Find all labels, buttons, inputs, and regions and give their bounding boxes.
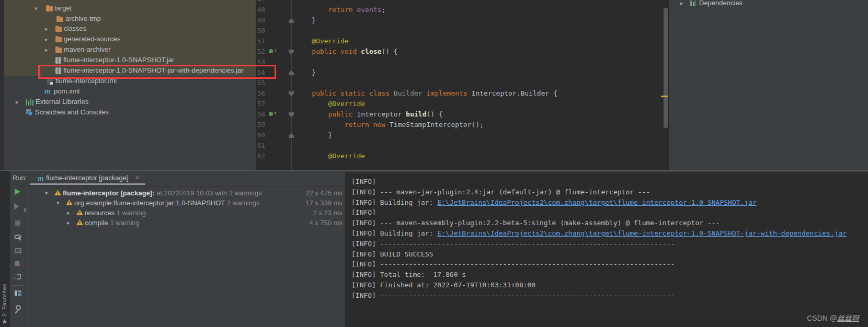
run-tree-row[interactable]: ▸compile 1 warning4 s 750 ms	[27, 218, 345, 228]
fold-marker-icon[interactable]	[289, 71, 294, 75]
show-passed-button[interactable]	[14, 235, 21, 239]
left-tool-stripe	[0, 0, 4, 170]
tree-item-label: Scratches and Consoles	[35, 107, 109, 118]
console-line: [INFO] ---------------------------------…	[351, 259, 675, 270]
code-line: @Override	[295, 151, 365, 161]
fold-marker-icon[interactable]	[289, 50, 294, 54]
pin-button[interactable]	[14, 305, 21, 312]
ide-window: ▾targetarchive-tmp▸classes▸generated-sou…	[0, 0, 868, 327]
maven-dependencies-node[interactable]: ▸ Dependencies	[669, 0, 868, 8]
favorites-star-icon[interactable]: ★	[2, 318, 8, 325]
toolbar-divider	[13, 214, 23, 214]
code-line: @Override	[295, 36, 349, 46]
warning-icon	[66, 200, 73, 205]
chevron-right-icon[interactable]: ▸	[16, 97, 19, 107]
run-tab[interactable]: flume-interceptor [package]	[46, 171, 129, 185]
file-link[interactable]: E:\JetBrains\IdeaProjects2\com.zhang\tar…	[437, 229, 847, 237]
duration-label: 17 s 339 ms	[305, 198, 342, 208]
chevron-right-icon[interactable]: ▸	[45, 24, 48, 34]
rerun-button[interactable]	[15, 189, 20, 195]
stop-button[interactable]	[15, 220, 20, 226]
editor-pane[interactable]: 4748 return events;49 }5051 @Override52↑…	[256, 0, 668, 170]
console-line: [INFO] --- maven-jar-plugin:2.4:jar (def…	[351, 187, 650, 197]
run-tree-row[interactable]: ▸resources 1 warning2 s 23 ms	[27, 208, 345, 218]
tree-item[interactable]: ▸External Libraries	[4, 97, 256, 107]
tree-item[interactable]: ▸maven-archiver	[4, 44, 256, 55]
code-line: }	[295, 67, 316, 78]
duration-label: 4 s 750 ms	[309, 218, 342, 228]
tree-item[interactable]: archive-tmp	[4, 14, 256, 24]
import-results-button[interactable]	[17, 274, 21, 279]
line-number: 59	[256, 120, 265, 130]
tree-item[interactable]: mpom.xml	[4, 86, 256, 97]
run-header: Run: m flume-interceptor [package] ✕	[10, 171, 345, 186]
fold-marker-icon[interactable]	[289, 91, 294, 96]
scrollbar-change-mark	[661, 96, 668, 97]
bottom-tool-stripe: 2: Favorites ★	[0, 171, 10, 327]
screenshot-button[interactable]	[15, 248, 21, 253]
duration-label: 2 s 23 ms	[313, 208, 342, 218]
chevron-right-icon[interactable]: ▸	[45, 34, 48, 44]
ignore-button[interactable]	[15, 261, 19, 266]
code-line: return new TimeStampInterceptor();	[295, 120, 484, 130]
tree-item-label: flume-interceptor-1.0-SNAPSHOT-jar-with-…	[63, 65, 244, 76]
layout-button[interactable]	[15, 290, 21, 296]
editor-scrollbar-thumb[interactable]	[664, 8, 668, 128]
line-number: 47	[256, 0, 265, 5]
console-line: [INFO]	[351, 207, 376, 218]
watermark-name: 丝丝呀	[837, 314, 859, 322]
watermark-prefix: CSDN @	[807, 314, 837, 322]
chevron-right-icon[interactable]: ▸	[67, 218, 70, 228]
tree-item[interactable]: ▾target	[4, 3, 256, 14]
project-tree-panel[interactable]: ▾targetarchive-tmp▸classes▸generated-sou…	[4, 0, 256, 170]
code-line: public static class Builder implements I…	[295, 88, 557, 99]
header-separator	[17, 186, 345, 186]
tree-item-label: archive-tmp	[65, 14, 101, 24]
build-console[interactable]: [INFO][INFO] --- maven-jar-plugin:2.4:ja…	[345, 172, 868, 327]
console-line: [INFO]	[351, 177, 376, 187]
console-line: [INFO] BUILD SUCCESS	[351, 249, 433, 260]
rerun-failed-button[interactable]: 9	[14, 203, 19, 209]
fold-marker-icon[interactable]	[289, 112, 294, 117]
chevron-down-icon[interactable]: ▾	[56, 198, 60, 208]
tree-item-label: flume-interceptor.iml	[55, 76, 117, 86]
tree-item[interactable]: ▸classes	[4, 24, 256, 34]
tree-item[interactable]: flume-interceptor-1.0-SNAPSHOT.jar	[4, 55, 256, 65]
chevron-right-icon[interactable]: ▸	[67, 208, 70, 218]
folder-icon	[55, 48, 62, 53]
override-method-gutter-icon[interactable]: ↑	[269, 49, 278, 55]
tree-item-label: maven-archiver	[64, 44, 111, 55]
favorites-stripe-button[interactable]: 2: Favorites	[1, 284, 7, 317]
override-method-gutter-icon[interactable]: ↑	[269, 111, 278, 118]
line-number: 51	[256, 36, 265, 46]
chevron-right-icon[interactable]: ▸	[45, 44, 48, 55]
chevron-down-icon[interactable]: ▾	[45, 188, 48, 198]
tree-item[interactable]: flume-interceptor-1.0-SNAPSHOT-jar-with-…	[4, 65, 256, 76]
fold-marker-icon[interactable]	[289, 18, 294, 23]
console-line: [INFO] Building jar: E:\JetBrains\IdeaPr…	[351, 228, 847, 239]
run-tree-label: flume-interceptor [package]: at 2022/7/1…	[63, 188, 262, 198]
console-line: [INFO] ---------------------------------…	[351, 290, 675, 301]
console-line: [INFO] Total time: 17.860 s	[351, 270, 466, 280]
code-line: }	[295, 15, 316, 26]
file-link[interactable]: E:\JetBrains\IdeaProjects2\com.zhang\tar…	[437, 198, 756, 206]
tree-item-label: External Libraries	[36, 97, 88, 107]
line-number: 62	[256, 151, 265, 161]
jar-icon	[55, 67, 61, 74]
tree-item-label: flume-interceptor-1.0-SNAPSHOT.jar	[63, 55, 174, 65]
tree-item[interactable]: Scratches and Consoles	[4, 107, 256, 118]
fold-marker-icon[interactable]	[289, 133, 294, 138]
console-line: [INFO] ---------------------------------…	[351, 239, 675, 249]
tree-item[interactable]: flume-interceptor.iml	[4, 76, 256, 86]
run-tree-row[interactable]: ▾org.example:flume-interceptor:jar:1.0-S…	[27, 198, 345, 208]
close-icon[interactable]: ✕	[135, 171, 140, 185]
maven-tool-window: ▸ Dependencies	[668, 0, 868, 170]
gutter-separator	[291, 0, 292, 170]
run-tree-row[interactable]: ▾flume-interceptor [package]: at 2022/7/…	[27, 188, 345, 198]
chevron-right-icon[interactable]: ▸	[680, 0, 683, 8]
console-line: [INFO] Building jar: E:\JetBrains\IdeaPr…	[351, 197, 757, 208]
chevron-down-icon[interactable]: ▾	[35, 3, 38, 14]
maven-m-icon: m	[38, 174, 44, 183]
line-number: 56	[256, 88, 265, 99]
tree-item[interactable]: ▸generated-sources	[4, 34, 256, 44]
